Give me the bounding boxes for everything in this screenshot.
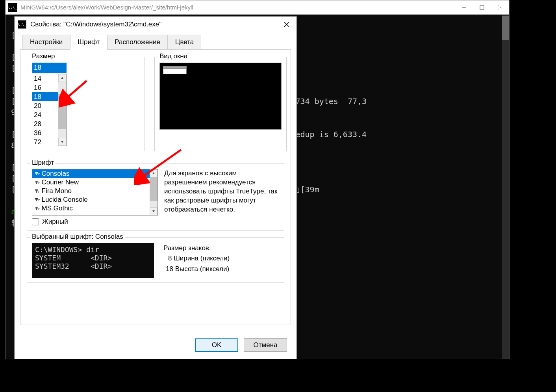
font-option[interactable]: ͲгMS Gothic	[32, 204, 150, 213]
size-option[interactable]: 16	[32, 83, 58, 92]
bold-checkbox[interactable]	[32, 218, 39, 225]
size-scrollbar[interactable]	[58, 74, 66, 146]
char-height-text: 18 Высота (пиксели)	[163, 264, 230, 274]
tab-strip: Настройки Шрифт Расположение Цвета	[15, 35, 297, 50]
font-option[interactable]: ͲгFira Mono	[32, 187, 150, 195]
properties-dialog: C:\_ Свойства: "C:\Windows\system32\cmd.…	[14, 16, 297, 359]
svg-marker-8	[152, 172, 155, 174]
font-scrollbar[interactable]	[150, 169, 158, 215]
selected-font-label: Выбранный шрифт: Consolas	[30, 233, 125, 241]
scroll-down-icon[interactable]	[150, 207, 158, 215]
font-group: Шрифт ͲгConsolas ͲгCourier New ͲгFira Mo…	[27, 163, 284, 231]
close-icon	[498, 5, 502, 10]
maximize-icon	[480, 5, 484, 10]
font-sample: C:\WINDOWS> dir SYSTEM <DIR> SYSTEM32 <D…	[32, 243, 154, 278]
scroll-down-icon[interactable]	[58, 138, 66, 146]
main-titlebar: C:\_ MINGW64:/c/Users/alex/Work/WebDesig…	[6, 0, 509, 15]
tab-colors[interactable]: Цвета	[168, 35, 201, 50]
dialog-cmd-icon: C:\_	[18, 20, 26, 29]
char-size-title: Размер знаков:	[163, 243, 230, 253]
size-input[interactable]	[32, 63, 67, 73]
size-listbox[interactable]: 14 16 18 20 24 28 36 72	[32, 74, 67, 146]
truetype-icon: Ͳг	[35, 206, 40, 211]
truetype-icon: Ͳг	[35, 180, 40, 185]
truetype-icon: Ͳг	[35, 171, 40, 176]
size-option[interactable]: 24	[32, 110, 58, 119]
svg-rect-1	[480, 6, 484, 9]
char-size-info: Размер знаков: 8 Ширина (пиксели) 18 Выс…	[163, 243, 230, 278]
close-icon	[284, 22, 289, 27]
svg-marker-6	[61, 77, 63, 79]
close-button[interactable]	[491, 0, 509, 15]
size-option[interactable]: 18	[32, 92, 58, 101]
scroll-up-icon[interactable]	[150, 169, 158, 177]
size-option[interactable]: 72	[32, 137, 58, 146]
tab-settings[interactable]: Настройки	[22, 35, 70, 50]
maximize-button[interactable]	[473, 0, 491, 15]
size-option[interactable]: 28	[32, 119, 58, 128]
dialog-titlebar: C:\_ Свойства: "C:\Windows\system32\cmd.…	[15, 17, 297, 32]
svg-marker-9	[152, 210, 155, 212]
size-option[interactable]: 20	[32, 101, 58, 110]
console-scroll-thumb[interactable]	[502, 16, 509, 40]
font-option[interactable]: ͲгLucida Console	[32, 195, 150, 204]
font-option[interactable]: ͲгCourier New	[32, 178, 150, 187]
dialog-title: Свойства: "C:\Windows\system32\cmd.exe"	[30, 20, 277, 28]
dialog-close-button[interactable]	[277, 17, 297, 32]
tab-font[interactable]: Шрифт	[70, 35, 107, 50]
size-label: Размер	[30, 52, 56, 60]
size-option[interactable]: 36	[32, 128, 58, 137]
tab-layout[interactable]: Расположение	[107, 35, 168, 50]
console-scrollbar[interactable]	[502, 15, 509, 359]
svg-marker-7	[61, 141, 63, 143]
selected-font-group: Выбранный шрифт: Consolas C:\WINDOWS> di…	[27, 237, 284, 283]
font-label: Шрифт	[30, 159, 56, 167]
font-option[interactable]: ͲгConsolas	[32, 169, 150, 178]
preview-box	[159, 63, 282, 130]
size-group: Размер 14 16 18 20 24 28 36 72	[27, 57, 145, 151]
cancel-button[interactable]: Отмена	[244, 338, 287, 352]
char-width-text: 8 Ширина (пиксели)	[163, 253, 230, 264]
font-hint-text: Для экранов с высоким разрешением рекоме…	[164, 169, 279, 216]
minimize-button[interactable]	[455, 0, 473, 15]
scroll-up-icon[interactable]	[58, 74, 66, 82]
truetype-icon: Ͳг	[35, 197, 40, 203]
preview-label: Вид окна	[158, 52, 189, 60]
scroll-thumb[interactable]	[150, 177, 158, 201]
ok-button[interactable]: OK	[195, 338, 238, 352]
main-window-title: MINGW64:/c/Users/alex/Work/WebDesign-Mas…	[20, 4, 455, 11]
cmd-icon: C:\_	[8, 3, 17, 12]
font-listbox[interactable]: ͲгConsolas ͲгCourier New ͲгFira Mono ͲгL…	[32, 169, 158, 216]
size-option[interactable]: 14	[32, 74, 58, 83]
dialog-buttons: OK Отмена	[195, 338, 287, 352]
minimize-icon	[461, 5, 466, 10]
preview-mini-window	[163, 66, 187, 74]
truetype-icon: Ͳг	[35, 189, 40, 194]
bold-label: Жирный	[42, 218, 68, 226]
tab-body: Размер 14 16 18 20 24 28 36 72	[20, 49, 291, 325]
preview-group: Вид окна	[154, 57, 287, 151]
scroll-thumb[interactable]	[58, 94, 66, 129]
